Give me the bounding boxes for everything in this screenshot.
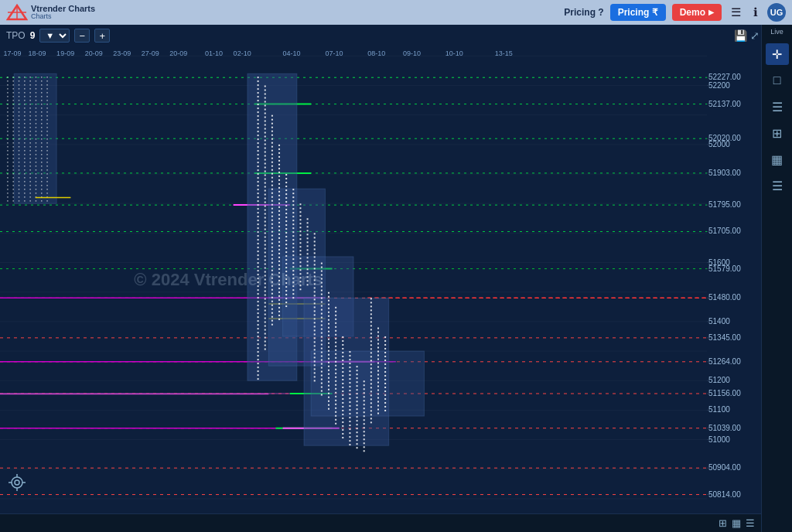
tpo-value: 9: [30, 30, 36, 41]
svg-point-4: [15, 480, 19, 485]
nav-right: Pricing ? Pricing ₹ Demo ☰ ℹ UG: [564, 3, 786, 22]
price-axis: [707, 46, 761, 513]
avatar-button[interactable]: UG: [767, 3, 786, 22]
bottom-bar: ⊞ ▦ ☰: [0, 513, 761, 532]
time-axis: [0, 46, 707, 62]
pricing-question: Pricing ?: [564, 7, 603, 18]
logo-charts: Charts: [31, 13, 95, 21]
sidebar-grid-btn[interactable]: ⊞: [766, 122, 789, 144]
pricing-button[interactable]: Pricing ₹: [610, 4, 666, 21]
bottom-grid-btn[interactable]: ⊞: [719, 517, 727, 529]
capture-icon[interactable]: [8, 473, 26, 492]
right-sidebar: Live ✛ □ ☰ ⊞ ▦ ☰: [761, 0, 792, 532]
tpo-dropdown[interactable]: ▼: [39, 29, 70, 43]
menu-icon-button[interactable]: ☰: [728, 4, 744, 21]
tpo-minus-button[interactable]: −: [74, 29, 90, 43]
sidebar-cursor-btn[interactable]: ✛: [766, 43, 789, 65]
bottom-menu-btn[interactable]: ☰: [746, 517, 755, 529]
demo-button[interactable]: Demo: [672, 4, 722, 21]
info-icon-button[interactable]: ℹ: [750, 4, 761, 21]
expand-chart-button[interactable]: ⤢: [750, 29, 760, 42]
chart-area: © 2024 Vtrender Charts: [0, 46, 761, 513]
chart-toolbar-right: 💾 ⤢: [734, 25, 760, 46]
vtrender-logo-icon: [6, 4, 28, 21]
svg-point-3: [12, 477, 22, 488]
tpo-label: TPO: [6, 30, 26, 41]
bottom-panel-btn[interactable]: ▦: [732, 517, 741, 529]
sidebar-list-btn[interactable]: ☰: [766, 175, 789, 196]
chart-canvas: [0, 46, 761, 513]
sidebar-lines-btn[interactable]: ☰: [766, 96, 789, 118]
navbar: Vtrender Charts Charts Pricing ? Pricing…: [0, 0, 792, 25]
sidebar-panel-btn[interactable]: ▦: [766, 148, 789, 170]
toolbar: TPO 9 ▼ − +: [0, 25, 116, 46]
logo: Vtrender Charts Charts: [6, 4, 95, 21]
save-chart-button[interactable]: 💾: [734, 29, 747, 42]
live-label: Live: [770, 28, 783, 36]
tpo-plus-button[interactable]: +: [94, 29, 110, 43]
sidebar-rect-btn[interactable]: □: [766, 70, 789, 91]
